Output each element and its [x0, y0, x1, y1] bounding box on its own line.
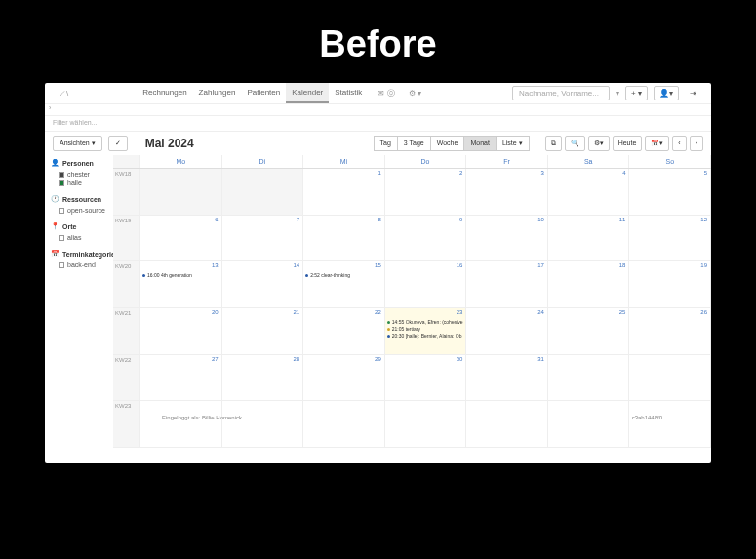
checkbox-icon[interactable]	[59, 262, 64, 268]
day-cell[interactable]	[140, 169, 222, 215]
day-cell[interactable]: 22	[303, 308, 385, 354]
day-cell[interactable]: 10	[466, 216, 548, 261]
views-confirm[interactable]: ✓	[108, 136, 128, 151]
calendar-event[interactable]: 21:05 tertiary	[387, 326, 464, 332]
day-cell[interactable]	[548, 401, 630, 447]
checkbox-icon[interactable]	[59, 208, 64, 214]
day-cell[interactable]	[629, 355, 711, 401]
search-icon[interactable]: 🔍	[565, 136, 585, 151]
next-button[interactable]: ›	[690, 136, 703, 151]
copy-icon[interactable]: ⧉	[545, 136, 562, 151]
day-cell[interactable]: 9	[385, 216, 467, 261]
day-cell[interactable]	[222, 169, 304, 215]
settings-icon[interactable]: ⚙▾	[588, 136, 610, 151]
checkbox-icon[interactable]	[59, 172, 64, 178]
day-number: 22	[375, 309, 381, 315]
day-cell[interactable]	[385, 401, 467, 447]
view-tag[interactable]: Tag	[374, 136, 398, 151]
day-cell[interactable]: 29	[303, 355, 385, 401]
kw-cell: KW18	[113, 169, 140, 215]
calendar-event[interactable]: 14:55 Okuneva, Efren: (cohesive	[387, 319, 464, 325]
day-cell[interactable]: 7	[222, 216, 304, 261]
app-window: ⟋\ RechnungenZahlungenPatientenKalenderS…	[45, 83, 711, 463]
day-cell[interactable]	[303, 401, 385, 447]
day-cell[interactable]: 8	[303, 216, 385, 261]
day-cell[interactable]	[222, 401, 304, 447]
day-cell[interactable]: 2314:55 Okuneva, Efren: (cohesive21:05 t…	[385, 308, 467, 354]
day-cell[interactable]: 12	[629, 216, 711, 261]
sidebar-personen-head[interactable]: 👤Personen	[51, 159, 107, 167]
user-menu[interactable]: 👤▾	[654, 86, 679, 100]
day-cell[interactable]: 25	[548, 308, 630, 354]
nav-statistik[interactable]: Statistik	[329, 83, 368, 103]
nav-patienten[interactable]: Patienten	[241, 83, 286, 103]
view-3tage[interactable]: 3 Tage	[397, 136, 431, 151]
day-cell[interactable]	[629, 401, 711, 447]
view-monat[interactable]: Monat	[463, 136, 496, 151]
nav-zahlungen[interactable]: Zahlungen	[193, 83, 242, 103]
patient-search-input[interactable]: Nachname, Vorname...	[512, 86, 610, 100]
day-cell[interactable]: 5	[629, 169, 711, 215]
day-cell[interactable]: 26	[629, 308, 711, 354]
day-number: 15	[375, 262, 381, 268]
day-cell[interactable]: 11	[548, 216, 630, 261]
day-cell[interactable]: 28	[222, 355, 304, 401]
nav-rechnungen[interactable]: Rechnungen	[137, 83, 192, 103]
day-cell[interactable]: 14	[222, 261, 304, 307]
day-cell[interactable]: 1316:00 4th generation	[140, 261, 222, 307]
event-dot-icon	[387, 328, 390, 331]
day-number: 8	[378, 217, 380, 222]
sidebar-orte-head[interactable]: 📍Orte	[51, 222, 107, 230]
day-cell[interactable]: 21	[222, 308, 304, 354]
day-cell[interactable]	[140, 401, 222, 447]
filter-input[interactable]: Filter wählen...	[45, 116, 711, 132]
logged-in-as: Eingeloggt als: Billie Homenick	[162, 415, 242, 420]
mail-icon[interactable]: ✉ ⓪	[374, 83, 398, 103]
calendar-event[interactable]: 2:52 clear-thinking	[305, 272, 382, 278]
day-number: 13	[212, 262, 219, 268]
day-cell[interactable]	[466, 401, 548, 447]
prev-button[interactable]: ‹	[672, 136, 686, 151]
sidebar-item[interactable]: chester	[51, 170, 107, 179]
day-cell[interactable]: 3	[466, 169, 548, 215]
sidebar-ressourcen-head[interactable]: 🕐Ressourcen	[51, 195, 107, 203]
search-dropdown-icon[interactable]: ▾	[616, 89, 619, 98]
checkbox-icon[interactable]	[59, 235, 64, 241]
day-cell[interactable]: 30	[385, 355, 467, 401]
day-cell[interactable]: 4	[548, 169, 630, 215]
sidebar-termkat-head[interactable]: 📅Terminkategorien	[51, 250, 107, 258]
view-woche[interactable]: Woche	[430, 136, 465, 151]
sidebar-item[interactable]: halle	[51, 179, 107, 187]
day-cell[interactable]: 2	[385, 169, 467, 215]
day-cell[interactable]: 17	[466, 261, 548, 307]
sidebar-item[interactable]: back-end	[51, 260, 107, 269]
expand-toggle[interactable]: ›	[45, 104, 711, 116]
date-picker-icon[interactable]: 📅▾	[645, 136, 669, 151]
logout-button[interactable]: ⇥	[685, 87, 701, 100]
day-cell[interactable]: 19	[629, 261, 711, 307]
sidebar-item[interactable]: alias	[51, 233, 107, 242]
add-button[interactable]: + ▾	[625, 86, 648, 100]
day-number: 20	[212, 309, 219, 315]
day-cell[interactable]: 24	[466, 308, 548, 354]
day-cell[interactable]: 16	[385, 261, 467, 307]
day-cell[interactable]: 6	[140, 216, 222, 261]
checkbox-icon[interactable]	[59, 180, 64, 186]
calendar-event[interactable]: 16:00 4th generation	[142, 272, 219, 278]
kw-header	[113, 155, 140, 168]
day-cell[interactable]: 1	[303, 169, 385, 215]
day-cell[interactable]: 27	[140, 355, 222, 401]
day-cell[interactable]: 18	[548, 261, 630, 307]
day-cell[interactable]: 31	[466, 355, 548, 401]
day-cell[interactable]: 20	[140, 308, 222, 354]
today-button[interactable]: Heute	[613, 136, 643, 151]
day-cell[interactable]	[548, 355, 630, 401]
calendar-event[interactable]: 20:30 [halle]: Bernier, Alaina: Ob	[387, 333, 464, 339]
views-dropdown[interactable]: Ansichten ▾	[53, 136, 102, 151]
build-id: c3ab1448f0	[632, 415, 662, 420]
nav-kalender[interactable]: Kalender	[286, 83, 329, 103]
view-liste▾[interactable]: Liste ▾	[496, 136, 530, 151]
day-cell[interactable]: 152:52 clear-thinking	[303, 261, 385, 307]
gear-icon[interactable]: ⚙ ▾	[405, 84, 425, 102]
sidebar-item[interactable]: open-source	[51, 206, 107, 215]
